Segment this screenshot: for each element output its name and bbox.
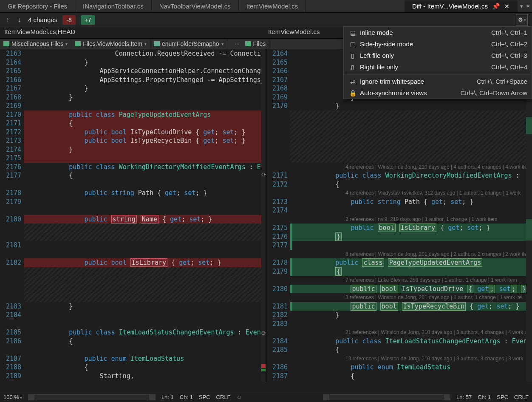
- menu-separator: [344, 74, 532, 74]
- diff-panes: 2163216421652166216721682169217021712172…: [0, 49, 532, 382]
- close-icon[interactable]: ✕: [504, 3, 509, 10]
- menu-item-label: Right file only: [357, 63, 491, 71]
- status-eol[interactable]: CRLF: [216, 394, 231, 400]
- changes-bar: ↑ ↓ 4 changes -8 +7 ⚙▾: [0, 13, 532, 27]
- zoom-level[interactable]: 100 %▾: [3, 394, 22, 400]
- menu-item-shortcut: Ctrl+\, Ctrl+Down Arrow: [460, 89, 527, 96]
- crumb-namespace[interactable]: Files.ViewModels.Item▾: [71, 39, 150, 49]
- left-pane[interactable]: 2163216421652166216721682169217021712172…: [0, 49, 266, 382]
- crumb-misc-files[interactable]: Miscellaneous Files▾: [0, 39, 71, 49]
- sync-marker-icon: ⟳: [261, 171, 266, 178]
- prev-change-button[interactable]: ↑: [4, 16, 11, 24]
- sync-marker-icon: ⟳: [261, 330, 266, 337]
- diff-settings-button[interactable]: ⚙▾: [516, 14, 528, 26]
- tab-bar: Git Repository - Files INavigationToolba…: [0, 0, 532, 13]
- menu-item-label: Side-by-side mode: [357, 40, 491, 48]
- right-line-gutter: 2164216521662167216821692170217121722173…: [266, 49, 290, 382]
- field-icon: [154, 41, 160, 46]
- status-indent[interactable]: SPC: [199, 394, 210, 400]
- menu-item[interactable]: ⇄Ignore trim whitespaceCtrl+\, Ctrl+Spac…: [344, 76, 532, 87]
- status-eol-r[interactable]: CRLF: [514, 394, 529, 400]
- crumb-member[interactable]: enumFolderSemapho▾: [150, 39, 227, 49]
- menu-item-shortcut: Ctrl+\, Ctrl+1: [491, 29, 527, 36]
- tab-inavtoolbar[interactable]: INavigationToolbar.cs: [75, 0, 152, 12]
- menu-item-label: Auto-synchronize views: [357, 89, 460, 96]
- menu-item-shortcut: Ctrl+\, Ctrl+4: [491, 63, 527, 71]
- left-line-gutter: 2163216421652166216721682169217021712172…: [0, 49, 24, 382]
- menu-item-icon: 🔒: [348, 90, 357, 96]
- pin-icon[interactable]: 📌: [492, 3, 500, 10]
- menu-item[interactable]: ◫Side-by-side modeCtrl+\, Ctrl+2: [344, 38, 532, 50]
- right-minimap[interactable]: [526, 49, 532, 382]
- tab-git-repo[interactable]: Git Repository - Files: [0, 0, 75, 12]
- status-line-r[interactable]: Ln: 57: [456, 394, 472, 400]
- right-code-area[interactable]: } }4 references | Winston de Jong, 210 d…: [290, 49, 532, 382]
- csharp-icon: [245, 41, 251, 46]
- menu-item-icon: ⇄: [348, 78, 357, 85]
- status-indent-r[interactable]: SPC: [497, 394, 508, 400]
- tab-itemvm[interactable]: ItemViewModel.cs: [239, 0, 306, 12]
- changes-count: 4 changes: [28, 16, 57, 23]
- next-change-button[interactable]: ↓: [16, 16, 23, 24]
- window-settings-icon[interactable]: ✶: [526, 3, 530, 9]
- removed-badge: -8: [62, 15, 75, 25]
- left-h-scrollbar[interactable]: [28, 394, 156, 400]
- left-code-area[interactable]: Connection.RequestReceived -= Connection…: [24, 49, 266, 382]
- namespace-icon: [75, 41, 81, 46]
- status-bar: 100 %▾ Ln: 1 Ch: 1 SPC CRLF ☺ Ln: 57 Ch:…: [0, 392, 532, 402]
- menu-item[interactable]: ▯Right file onlyCtrl+\, Ctrl+4: [344, 61, 532, 73]
- menu-item-icon: ▯: [348, 52, 357, 59]
- menu-item-label: Ignore trim whitespace: [357, 78, 477, 85]
- status-col-r[interactable]: Ch: 1: [478, 394, 491, 400]
- right-pane[interactable]: 2164216521662167216821692170217121722173…: [266, 49, 532, 382]
- menu-item[interactable]: ▤Inline modeCtrl+\, Ctrl+1: [344, 27, 532, 38]
- added-badge: +7: [81, 15, 95, 25]
- status-line[interactable]: Ln: 1: [161, 394, 174, 400]
- status-col[interactable]: Ch: 1: [180, 394, 193, 400]
- menu-item-icon: ◫: [348, 41, 357, 48]
- dropdown-icon[interactable]: ▾: [520, 3, 523, 9]
- menu-item-label: Left file only: [357, 52, 491, 59]
- split-handle-icon[interactable]: ↔: [232, 40, 242, 47]
- diff-view-menu: ▤Inline modeCtrl+\, Ctrl+1◫Side-by-side …: [343, 26, 532, 99]
- right-h-scrollbar[interactable]: [323, 394, 450, 400]
- menu-item-shortcut: Ctrl+\, Ctrl+Space: [477, 78, 527, 85]
- menu-item-label: Inline mode: [357, 29, 491, 36]
- menu-item[interactable]: 🔒Auto-synchronize viewsCtrl+\, Ctrl+Down…: [344, 87, 532, 99]
- left-file-path: ItemViewModel.cs;HEAD: [4, 28, 264, 37]
- gear-icon: ⚙: [518, 17, 523, 23]
- menu-item-icon: ▯: [348, 64, 357, 71]
- menu-item[interactable]: ▯Left file onlyCtrl+\, Ctrl+3: [344, 50, 532, 61]
- tab-navtoolbarvm[interactable]: NavToolbarViewModel.cs: [152, 0, 239, 12]
- crumb-right-files[interactable]: Files: [242, 39, 270, 49]
- menu-item-shortcut: Ctrl+\, Ctrl+2: [491, 40, 527, 48]
- menu-item-icon: ▤: [348, 29, 357, 36]
- menu-item-shortcut: Ctrl+\, Ctrl+3: [491, 52, 527, 59]
- csharp-icon: [3, 41, 9, 46]
- feedback-icon[interactable]: ☺: [237, 394, 242, 400]
- tab-diff-itemvm[interactable]: Diff - ItemV...ViewModel.cs 📌 ✕: [405, 0, 518, 12]
